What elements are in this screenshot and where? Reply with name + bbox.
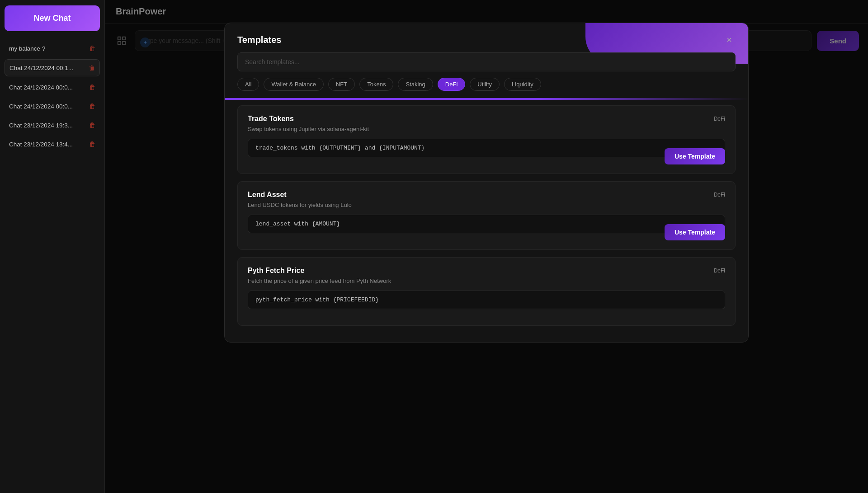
chat-item-label: my balance ? (9, 45, 86, 52)
modal-body: Trade Tokens DeFi Swap tokens using Jupi… (225, 100, 748, 342)
filter-liquidity[interactable]: Liquidity (504, 78, 541, 91)
delete-icon[interactable]: 🗑 (89, 84, 95, 91)
filter-utility[interactable]: Utility (470, 78, 500, 91)
delete-icon[interactable]: 🗑 (89, 141, 95, 148)
modal-title: Templates (237, 35, 281, 45)
modal-overlay: Templates × All Wallet & Balance NFT Tok… (105, 0, 868, 493)
modal-header: Templates × (225, 23, 748, 52)
sidebar-item-chat-2[interactable]: Chat 24/12/2024 00:0... 🗑 (5, 79, 100, 95)
chat-item-label: Chat 23/12/2024 19:3... (9, 122, 86, 129)
template-card-header: Trade Tokens DeFi (248, 115, 725, 123)
template-card-lend-asset: Lend Asset DeFi Lend USDC tokens for yie… (237, 181, 736, 250)
chat-item-label: Chat 23/12/2024 13:4... (9, 141, 86, 148)
chat-item-label: Chat 24/12/2024 00:0... (9, 103, 86, 110)
use-template-button-lend-asset[interactable]: Use Template (665, 224, 725, 240)
modal-search (237, 52, 736, 71)
filter-wallet[interactable]: Wallet & Balance (264, 78, 324, 91)
template-card-trade-tokens: Trade Tokens DeFi Swap tokens using Jupi… (237, 105, 736, 174)
templates-modal: Templates × All Wallet & Balance NFT Tok… (224, 23, 749, 343)
template-desc-pyth-fetch: Fetch the price of a given price feed fr… (248, 277, 725, 284)
delete-icon[interactable]: 🗑 (89, 45, 95, 52)
delete-icon[interactable]: 🗑 (89, 64, 95, 71)
template-title-pyth-fetch: Pyth Fetch Price (248, 267, 304, 275)
template-badge-pyth-fetch: DeFi (714, 268, 725, 274)
template-card-header: Lend Asset DeFi (248, 191, 725, 199)
filter-staking[interactable]: Staking (398, 78, 433, 91)
template-badge-trade-tokens: DeFi (714, 116, 725, 122)
chat-item-label: Chat 24/12/2024 00:0... (9, 84, 86, 91)
template-card-header: Pyth Fetch Price DeFi (248, 267, 725, 275)
sidebar-item-chat-3[interactable]: Chat 24/12/2024 00:0... 🗑 (5, 98, 100, 114)
filter-defi[interactable]: DeFi (438, 78, 465, 91)
modal-close-button[interactable]: × (723, 33, 736, 47)
sidebar: New Chat my balance ? 🗑 Chat 24/12/2024 … (0, 0, 105, 493)
template-desc-lend-asset: Lend USDC tokens for yields using Lulo (248, 202, 725, 208)
sidebar-item-chat-4[interactable]: Chat 23/12/2024 19:3... 🗑 (5, 117, 100, 133)
main-area: BrainPower Templates × All Wallet & Bala… (105, 0, 868, 493)
chat-item-label: Chat 24/12/2024 00:1... (9, 65, 86, 71)
sidebar-item-my-balance[interactable]: my balance ? 🗑 (5, 40, 100, 56)
sidebar-item-chat-1[interactable]: Chat 24/12/2024 00:1... 🗑 (5, 59, 100, 76)
filter-nft[interactable]: NFT (328, 78, 355, 91)
template-code-pyth-fetch: pyth_fetch_price with {PRICEFEEDID} (248, 291, 725, 309)
filter-all[interactable]: All (237, 78, 259, 91)
filter-tokens[interactable]: Tokens (359, 78, 393, 91)
use-template-button-trade-tokens[interactable]: Use Template (665, 148, 725, 164)
delete-icon[interactable]: 🗑 (89, 122, 95, 129)
template-code-lend-asset: lend_asset with {AMOUNT} (248, 215, 725, 233)
search-input[interactable] (237, 52, 736, 71)
template-badge-lend-asset: DeFi (714, 192, 725, 198)
modal-filters: All Wallet & Balance NFT Tokens Staking … (225, 78, 748, 98)
template-card-pyth-fetch: Pyth Fetch Price DeFi Fetch the price of… (237, 257, 736, 326)
sidebar-item-chat-5[interactable]: Chat 23/12/2024 13:4... 🗑 (5, 136, 100, 152)
new-chat-button[interactable]: New Chat (5, 5, 100, 31)
template-title-trade-tokens: Trade Tokens (248, 115, 294, 123)
template-code-trade-tokens: trade_tokens with {OUTPUTMINT} and {INPU… (248, 139, 725, 157)
template-desc-trade-tokens: Swap tokens using Jupiter via solana-age… (248, 126, 725, 132)
template-title-lend-asset: Lend Asset (248, 191, 287, 199)
delete-icon[interactable]: 🗑 (89, 103, 95, 110)
